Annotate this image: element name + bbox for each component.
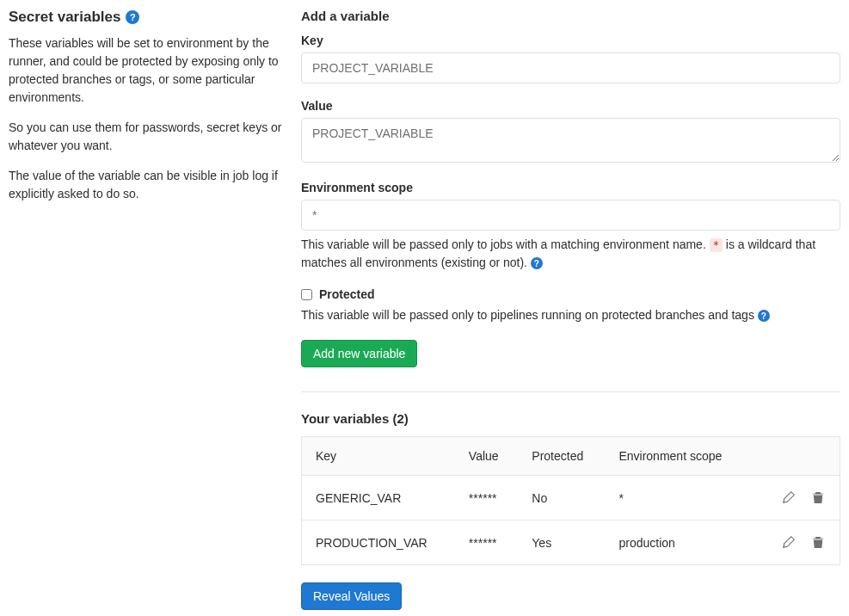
edit-icon[interactable] <box>781 534 797 550</box>
edit-icon[interactable] <box>781 490 797 505</box>
value-label: Value <box>301 99 840 113</box>
table-row: GENERIC_VAR ****** No * <box>302 476 840 521</box>
col-actions <box>748 437 840 476</box>
protected-help-span: This variable will be passed only to pip… <box>301 308 758 322</box>
protected-label[interactable]: Protected <box>319 287 375 301</box>
key-input[interactable] <box>301 52 840 83</box>
cell-protected: Yes <box>518 521 605 565</box>
scope-input[interactable] <box>301 200 840 231</box>
help-icon[interactable]: ? <box>531 257 543 269</box>
protected-checkbox[interactable] <box>301 289 312 300</box>
sidebar-description-1: These variables will be set to environme… <box>9 34 284 107</box>
wildcard-chip: * <box>710 238 723 252</box>
scope-help-text: This variable will be passed only to job… <box>301 236 840 272</box>
section-heading: Secret variables ? <box>9 9 284 26</box>
variables-table: Key Value Protected Environment scope GE… <box>301 436 840 565</box>
sidebar-description-3: The value of the variable can be visible… <box>9 167 284 203</box>
value-textarea[interactable]: PROJECT_VARIABLE <box>301 118 840 163</box>
cell-value: ****** <box>455 521 518 565</box>
divider <box>301 391 840 392</box>
cell-protected: No <box>518 476 605 521</box>
section-heading-text: Secret variables <box>9 9 120 26</box>
col-key: Key <box>302 437 455 476</box>
reveal-values-button[interactable]: Reveal Values <box>301 582 402 610</box>
cell-key: PRODUCTION_VAR <box>302 521 455 565</box>
key-label: Key <box>301 34 840 47</box>
cell-scope: * <box>605 476 748 521</box>
your-variables-heading: Your variables (2) <box>301 411 840 426</box>
col-value: Value <box>455 437 518 476</box>
help-icon[interactable]: ? <box>758 310 770 322</box>
col-scope: Environment scope <box>605 437 748 476</box>
trash-icon[interactable] <box>810 534 826 550</box>
scope-label: Environment scope <box>301 181 840 194</box>
cell-key: GENERIC_VAR <box>302 476 455 521</box>
cell-value: ****** <box>455 476 518 521</box>
sidebar-description-2: So you can use them for passwords, secre… <box>9 119 284 155</box>
trash-icon[interactable] <box>810 490 826 505</box>
col-protected: Protected <box>518 437 605 476</box>
add-variable-title: Add a variable <box>301 9 840 23</box>
help-icon[interactable]: ? <box>126 10 139 24</box>
protected-help-text: This variable will be passed only to pip… <box>301 306 840 324</box>
scope-help-pre: This variable will be passed only to job… <box>301 237 710 251</box>
add-variable-button[interactable]: Add new variable <box>301 340 417 367</box>
cell-scope: production <box>605 521 748 565</box>
table-row: PRODUCTION_VAR ****** Yes production <box>302 521 840 565</box>
